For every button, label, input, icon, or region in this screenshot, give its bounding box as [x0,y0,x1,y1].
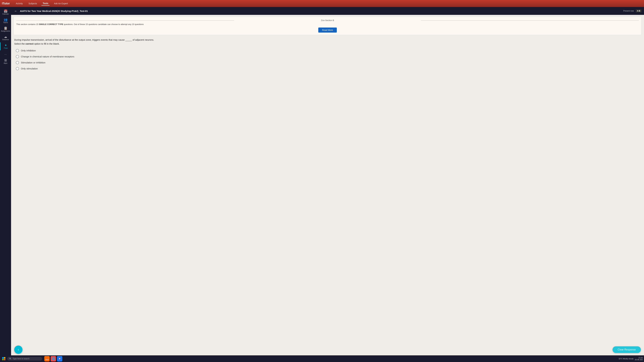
sidebar-label-teams: Teams [3,22,8,24]
taskbar-weather: 32°C Mostly cloudy [619,358,634,360]
sidebar-label-calendar: Calendar [2,13,9,15]
itutor-icon: ✦ [4,44,7,47]
option-c[interactable]: Stimulation or inhibition [16,61,639,64]
sidebar-item-itutor[interactable]: ✦ ITutor [0,42,11,50]
sidebar-item-onedrive[interactable]: ☁ OneDrive [0,34,11,42]
sidebar-label-assignments: Assignments [1,30,10,32]
taskbar-app-3[interactable] [57,356,62,361]
prev-button[interactable]: ‹ [14,346,22,354]
taskbar-right: 32°C Mostly cloudy 13:20 25-06-202 [619,357,643,360]
top-nav: ITutor Activity Subjects Tests Ask An Ex… [0,0,644,7]
radio-a[interactable] [16,49,19,52]
sidebar-label-itutor: ITutor [4,47,8,49]
present-note: Present now [623,10,634,12]
prev-icon: ‹ [18,348,19,352]
option-a-label: Only inhibition [21,49,36,52]
sidebar-item-calendar[interactable]: 📅 Calendar [0,8,11,16]
main-layout: 📅 Calendar 👥 Teams 📋 Assignments ☁ OneDr… [0,7,644,355]
options-list: Only inhibition Change in chemical natur… [14,49,641,70]
option-d-label: Only stimulation [21,67,38,70]
calendar-icon: 📅 [4,10,8,13]
radio-b[interactable] [16,55,19,58]
taskbar-search-icon: 🔍 [9,358,12,360]
taskbar-search-box[interactable]: 🔍 [7,357,42,360]
content-area: ← AIATS for Two Year Medical-2026(XI Stu… [11,7,644,355]
brand-logo: ITutor [2,2,10,5]
question-area: During impulse transmission, arrival of … [11,36,644,344]
taskbar-app-1[interactable]: 🦊 [44,356,50,361]
taskbar-search-input[interactable] [13,358,38,360]
nav-subjects[interactable]: Subjects [27,2,38,6]
nav-ask-expert[interactable]: Ask An Expert [53,2,69,6]
section-title: Zoo-Section B [16,19,639,22]
option-d[interactable]: Only stimulation [16,67,639,70]
radio-c[interactable] [16,61,19,64]
apps-icon: ⊞ [4,59,7,62]
taskbar-app-2[interactable]: 🌐 [50,356,56,361]
sidebar-more[interactable]: ... [3,51,8,57]
taskbar-apps: 🦊 🌐 [44,356,62,361]
taskbar: 🔍 🦊 🌐 32°C Mostly cloudy 13:20 25-06-202 [0,355,644,362]
windows-logo [2,357,6,360]
section-info-box: Zoo-Section B This section contains 15 S… [14,17,642,35]
sidebar: 📅 Calendar 👥 Teams 📋 Assignments ☁ OneDr… [0,7,11,355]
windows-start-button[interactable] [1,356,6,361]
teams-icon: 👥 [4,18,8,21]
header-bar: ← AIATS for Two Year Medical-2026(XI Stu… [11,7,644,15]
clear-response-button[interactable]: Clear Response [612,346,641,353]
nav-activity[interactable]: Activity [14,2,24,6]
section-description: This section contains 15 SINGLE CORRECT … [16,23,639,26]
sidebar-label-apps: Apps [4,62,8,64]
page-title: AIATS for Two Year Medical-2026(XI Study… [20,10,622,12]
option-b-label: Change in chemical nature of membrane re… [21,55,74,58]
read-more-button[interactable]: Read More [318,28,337,32]
sidebar-item-teams[interactable]: 👥 Teams [0,17,11,25]
sidebar-label-onedrive: OneDrive [2,39,9,40]
ab-badge: A B [636,10,642,12]
sidebar-item-assignments[interactable]: 📋 Assignments [0,25,11,33]
question-text: During impulse transmission, arrival of … [14,38,641,46]
onedrive-icon: ☁ [4,35,7,38]
assignments-icon: 📋 [4,26,8,30]
nav-tests[interactable]: Tests [42,2,50,6]
radio-d[interactable] [16,67,19,70]
back-button[interactable]: ← [14,8,18,14]
sidebar-item-apps[interactable]: ⊞ Apps [0,58,11,65]
option-c-label: Stimulation or inhibition [21,61,46,64]
option-b[interactable]: Change in chemical nature of membrane re… [16,55,639,58]
option-a[interactable]: Only inhibition [16,49,639,52]
bottom-bar: ‹ Clear Response [11,344,644,355]
taskbar-time: 13:20 25-06-202 [635,357,643,360]
